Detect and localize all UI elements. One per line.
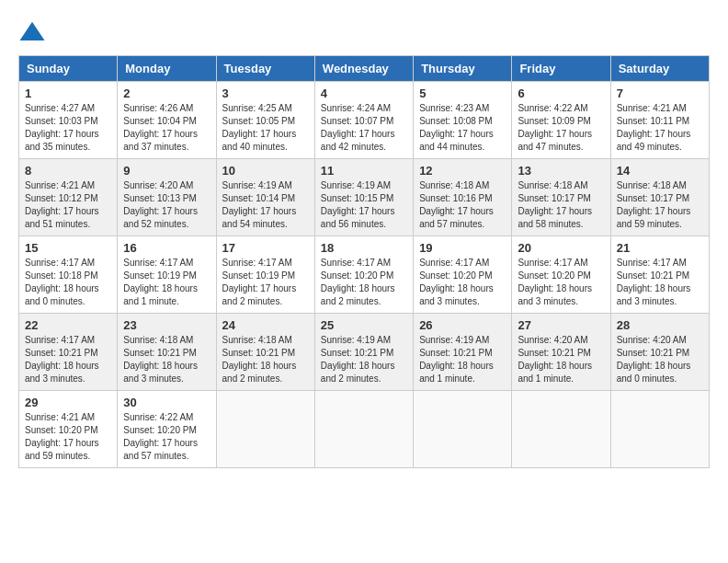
svg-marker-0	[20, 22, 45, 40]
calendar-week-row: 1Sunrise: 4:27 AMSunset: 10:03 PMDayligh…	[19, 82, 710, 159]
day-number: 16	[123, 241, 210, 255]
calendar-day-cell: 4Sunrise: 4:24 AMSunset: 10:07 PMDayligh…	[314, 82, 413, 159]
day-info: Sunrise: 4:18 AMSunset: 10:17 PMDaylight…	[617, 179, 703, 231]
calendar-week-row: 8Sunrise: 4:21 AMSunset: 10:12 PMDayligh…	[19, 159, 710, 236]
day-number: 13	[518, 164, 604, 178]
day-info: Sunrise: 4:19 AMSunset: 10:21 PMDaylight…	[321, 334, 407, 385]
calendar-day-cell: 24Sunrise: 4:18 AMSunset: 10:21 PMDaylig…	[216, 314, 314, 391]
calendar-day-cell: 10Sunrise: 4:19 AMSunset: 10:14 PMDaylig…	[216, 159, 314, 236]
day-number: 24	[222, 318, 309, 332]
calendar-day-cell: 25Sunrise: 4:19 AMSunset: 10:21 PMDaylig…	[314, 314, 413, 391]
day-info: Sunrise: 4:18 AMSunset: 10:21 PMDaylight…	[123, 334, 210, 385]
calendar-day-cell: 9Sunrise: 4:20 AMSunset: 10:13 PMDayligh…	[118, 159, 216, 236]
day-number: 26	[419, 318, 506, 332]
day-number: 22	[25, 318, 111, 332]
calendar-day-cell: 18Sunrise: 4:17 AMSunset: 10:20 PMDaylig…	[314, 236, 413, 314]
day-info: Sunrise: 4:19 AMSunset: 10:14 PMDaylight…	[222, 179, 309, 231]
calendar-day-cell: 15Sunrise: 4:17 AMSunset: 10:18 PMDaylig…	[19, 236, 118, 314]
calendar-day-cell: 23Sunrise: 4:18 AMSunset: 10:21 PMDaylig…	[118, 314, 216, 391]
calendar-day-cell: 2Sunrise: 4:26 AMSunset: 10:04 PMDayligh…	[118, 82, 216, 159]
day-info: Sunrise: 4:18 AMSunset: 10:17 PMDaylight…	[518, 179, 604, 231]
day-info: Sunrise: 4:19 AMSunset: 10:21 PMDaylight…	[419, 334, 506, 385]
day-number: 23	[123, 318, 210, 332]
calendar-day-cell: 13Sunrise: 4:18 AMSunset: 10:17 PMDaylig…	[512, 159, 610, 236]
day-info: Sunrise: 4:17 AMSunset: 10:21 PMDaylight…	[25, 334, 111, 385]
day-info: Sunrise: 4:21 AMSunset: 10:20 PMDaylight…	[25, 411, 111, 463]
day-number: 5	[419, 86, 506, 100]
day-number: 1	[25, 86, 111, 100]
calendar-day-cell	[512, 391, 610, 468]
calendar-day-cell: 7Sunrise: 4:21 AMSunset: 10:11 PMDayligh…	[610, 82, 709, 159]
calendar-day-cell: 22Sunrise: 4:17 AMSunset: 10:21 PMDaylig…	[19, 314, 118, 391]
calendar-week-row: 22Sunrise: 4:17 AMSunset: 10:21 PMDaylig…	[19, 314, 710, 391]
header	[18, 18, 710, 46]
header-monday: Monday	[118, 56, 216, 82]
day-number: 10	[222, 164, 309, 178]
day-number: 12	[419, 164, 506, 178]
day-number: 9	[123, 164, 210, 178]
header-tuesday: Tuesday	[216, 56, 314, 82]
day-info: Sunrise: 4:20 AMSunset: 10:21 PMDaylight…	[617, 334, 703, 385]
day-info: Sunrise: 4:22 AMSunset: 10:09 PMDaylight…	[518, 102, 604, 154]
calendar-day-cell	[610, 391, 709, 468]
day-info: Sunrise: 4:17 AMSunset: 10:20 PMDaylight…	[321, 257, 407, 308]
day-number: 19	[419, 241, 506, 255]
day-info: Sunrise: 4:17 AMSunset: 10:20 PMDaylight…	[419, 257, 506, 308]
header-friday: Friday	[512, 56, 610, 82]
day-info: Sunrise: 4:25 AMSunset: 10:05 PMDaylight…	[222, 102, 309, 154]
day-number: 3	[222, 86, 309, 100]
logo-icon	[18, 18, 46, 46]
day-number: 18	[321, 241, 407, 255]
calendar-day-cell	[314, 391, 413, 468]
day-info: Sunrise: 4:20 AMSunset: 10:13 PMDaylight…	[123, 179, 210, 231]
day-number: 4	[321, 86, 407, 100]
day-info: Sunrise: 4:20 AMSunset: 10:21 PMDaylight…	[518, 334, 604, 385]
calendar-day-cell: 27Sunrise: 4:20 AMSunset: 10:21 PMDaylig…	[512, 314, 610, 391]
day-info: Sunrise: 4:17 AMSunset: 10:19 PMDaylight…	[222, 257, 309, 308]
calendar-day-cell: 19Sunrise: 4:17 AMSunset: 10:20 PMDaylig…	[414, 236, 512, 314]
calendar-day-cell: 26Sunrise: 4:19 AMSunset: 10:21 PMDaylig…	[414, 314, 512, 391]
day-info: Sunrise: 4:17 AMSunset: 10:21 PMDaylight…	[617, 257, 703, 308]
calendar-day-cell: 12Sunrise: 4:18 AMSunset: 10:16 PMDaylig…	[414, 159, 512, 236]
day-number: 11	[321, 164, 407, 178]
calendar-day-cell: 6Sunrise: 4:22 AMSunset: 10:09 PMDayligh…	[512, 82, 610, 159]
day-info: Sunrise: 4:24 AMSunset: 10:07 PMDaylight…	[321, 102, 407, 154]
day-info: Sunrise: 4:27 AMSunset: 10:03 PMDaylight…	[25, 102, 111, 154]
calendar-day-cell: 5Sunrise: 4:23 AMSunset: 10:08 PMDayligh…	[414, 82, 512, 159]
calendar-day-cell	[216, 391, 314, 468]
day-number: 2	[123, 86, 210, 100]
day-number: 28	[617, 318, 703, 332]
day-number: 21	[617, 241, 703, 255]
day-number: 25	[321, 318, 407, 332]
header-thursday: Thursday	[414, 56, 512, 82]
calendar-week-row: 15Sunrise: 4:17 AMSunset: 10:18 PMDaylig…	[19, 236, 710, 314]
calendar-day-cell: 3Sunrise: 4:25 AMSunset: 10:05 PMDayligh…	[216, 82, 314, 159]
day-number: 15	[25, 241, 111, 255]
calendar-day-cell	[414, 391, 512, 468]
calendar-day-cell: 14Sunrise: 4:18 AMSunset: 10:17 PMDaylig…	[610, 159, 709, 236]
logo	[18, 18, 50, 46]
calendar-day-cell: 28Sunrise: 4:20 AMSunset: 10:21 PMDaylig…	[610, 314, 709, 391]
calendar-day-cell: 17Sunrise: 4:17 AMSunset: 10:19 PMDaylig…	[216, 236, 314, 314]
header-saturday: Saturday	[610, 56, 709, 82]
day-number: 30	[123, 396, 210, 409]
calendar-day-cell: 11Sunrise: 4:19 AMSunset: 10:15 PMDaylig…	[314, 159, 413, 236]
day-info: Sunrise: 4:17 AMSunset: 10:19 PMDaylight…	[123, 257, 210, 308]
calendar-day-cell: 1Sunrise: 4:27 AMSunset: 10:03 PMDayligh…	[19, 82, 118, 159]
day-number: 20	[518, 241, 604, 255]
day-info: Sunrise: 4:21 AMSunset: 10:11 PMDaylight…	[617, 102, 703, 154]
day-info: Sunrise: 4:21 AMSunset: 10:12 PMDaylight…	[25, 179, 111, 231]
day-info: Sunrise: 4:26 AMSunset: 10:04 PMDaylight…	[123, 102, 210, 154]
day-info: Sunrise: 4:18 AMSunset: 10:21 PMDaylight…	[222, 334, 309, 385]
day-info: Sunrise: 4:18 AMSunset: 10:16 PMDaylight…	[419, 179, 506, 231]
calendar-day-cell: 8Sunrise: 4:21 AMSunset: 10:12 PMDayligh…	[19, 159, 118, 236]
calendar-table: SundayMondayTuesdayWednesdayThursdayFrid…	[18, 55, 710, 468]
day-info: Sunrise: 4:17 AMSunset: 10:20 PMDaylight…	[518, 257, 604, 308]
header-wednesday: Wednesday	[314, 56, 413, 82]
day-number: 14	[617, 164, 703, 178]
day-number: 17	[222, 241, 309, 255]
calendar-day-cell: 29Sunrise: 4:21 AMSunset: 10:20 PMDaylig…	[19, 391, 118, 468]
day-info: Sunrise: 4:23 AMSunset: 10:08 PMDaylight…	[419, 102, 506, 154]
day-number: 7	[617, 86, 703, 100]
day-number: 27	[518, 318, 604, 332]
